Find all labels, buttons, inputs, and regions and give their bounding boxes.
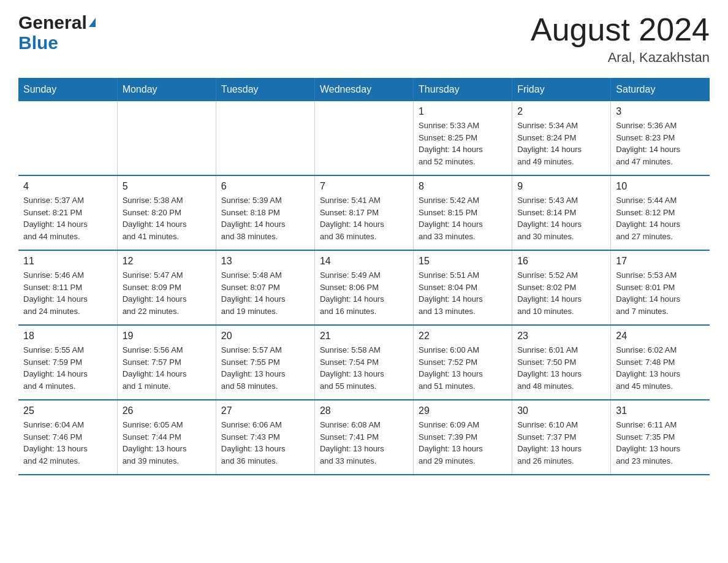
logo-blue-text: Blue — [18, 33, 58, 53]
day-info: Sunrise: 6:08 AM Sunset: 7:41 PM Dayligh… — [320, 419, 408, 467]
calendar-cell: 24Sunrise: 6:02 AM Sunset: 7:48 PM Dayli… — [611, 325, 710, 400]
day-number: 4 — [23, 181, 112, 192]
calendar-cell: 17Sunrise: 5:53 AM Sunset: 8:01 PM Dayli… — [611, 250, 710, 325]
weekday-header-friday: Friday — [512, 78, 611, 101]
calendar-cell: 14Sunrise: 5:49 AM Sunset: 8:06 PM Dayli… — [314, 250, 413, 325]
day-info: Sunrise: 6:01 AM Sunset: 7:50 PM Dayligh… — [517, 344, 605, 392]
day-number: 26 — [123, 405, 211, 416]
day-info: Sunrise: 5:57 AM Sunset: 7:55 PM Dayligh… — [221, 344, 309, 392]
weekday-header-wednesday: Wednesday — [314, 78, 413, 101]
day-number: 25 — [23, 405, 112, 416]
day-number: 10 — [616, 181, 705, 192]
day-info: Sunrise: 5:33 AM Sunset: 8:25 PM Dayligh… — [419, 120, 507, 167]
day-info: Sunrise: 5:58 AM Sunset: 7:54 PM Dayligh… — [320, 344, 408, 392]
calendar-cell: 21Sunrise: 5:58 AM Sunset: 7:54 PM Dayli… — [314, 325, 413, 400]
weekday-header-sunday: Sunday — [18, 78, 117, 101]
day-info: Sunrise: 5:53 AM Sunset: 8:01 PM Dayligh… — [616, 269, 705, 317]
calendar-cell: 31Sunrise: 6:11 AM Sunset: 7:35 PM Dayli… — [611, 400, 710, 475]
calendar-table: SundayMondayTuesdayWednesdayThursdayFrid… — [18, 78, 710, 475]
day-info: Sunrise: 6:11 AM Sunset: 7:35 PM Dayligh… — [616, 419, 705, 467]
day-number: 31 — [616, 405, 705, 416]
day-info: Sunrise: 5:42 AM Sunset: 8:15 PM Dayligh… — [419, 194, 507, 242]
calendar-cell: 8Sunrise: 5:42 AM Sunset: 8:15 PM Daylig… — [414, 175, 512, 250]
calendar-cell: 5Sunrise: 5:38 AM Sunset: 8:20 PM Daylig… — [117, 175, 216, 250]
calendar-week-1: 1Sunrise: 5:33 AM Sunset: 8:25 PM Daylig… — [18, 101, 710, 175]
weekday-header-saturday: Saturday — [611, 78, 710, 101]
page-header: General Blue August 2024 Aral, Kazakhsta… — [18, 12, 710, 66]
calendar-cell: 30Sunrise: 6:10 AM Sunset: 7:37 PM Dayli… — [512, 400, 611, 475]
day-number: 9 — [517, 181, 605, 192]
day-info: Sunrise: 6:00 AM Sunset: 7:52 PM Dayligh… — [419, 344, 507, 392]
month-title: August 2024 — [531, 12, 710, 47]
day-number: 5 — [123, 181, 211, 192]
day-info: Sunrise: 5:41 AM Sunset: 8:17 PM Dayligh… — [320, 194, 408, 242]
calendar-cell: 27Sunrise: 6:06 AM Sunset: 7:43 PM Dayli… — [216, 400, 314, 475]
day-info: Sunrise: 6:05 AM Sunset: 7:44 PM Dayligh… — [123, 419, 211, 467]
calendar-cell: 23Sunrise: 6:01 AM Sunset: 7:50 PM Dayli… — [512, 325, 611, 400]
calendar-cell: 19Sunrise: 5:56 AM Sunset: 7:57 PM Dayli… — [117, 325, 216, 400]
calendar-cell: 3Sunrise: 5:36 AM Sunset: 8:23 PM Daylig… — [611, 101, 710, 175]
calendar-cell: 12Sunrise: 5:47 AM Sunset: 8:09 PM Dayli… — [117, 250, 216, 325]
calendar-cell — [117, 101, 216, 175]
day-number: 30 — [517, 405, 605, 416]
day-number: 18 — [23, 331, 112, 342]
day-info: Sunrise: 5:46 AM Sunset: 8:11 PM Dayligh… — [23, 269, 112, 317]
logo-triangle-icon — [89, 18, 96, 27]
day-number: 14 — [320, 256, 408, 267]
day-info: Sunrise: 5:44 AM Sunset: 8:12 PM Dayligh… — [616, 194, 705, 242]
day-number: 23 — [517, 331, 605, 342]
calendar-cell: 4Sunrise: 5:37 AM Sunset: 8:21 PM Daylig… — [18, 175, 117, 250]
day-number: 8 — [419, 181, 507, 192]
calendar-cell — [216, 101, 314, 175]
day-number: 13 — [221, 256, 309, 267]
calendar-cell: 9Sunrise: 5:43 AM Sunset: 8:14 PM Daylig… — [512, 175, 611, 250]
calendar-cell: 11Sunrise: 5:46 AM Sunset: 8:11 PM Dayli… — [18, 250, 117, 325]
calendar-header: SundayMondayTuesdayWednesdayThursdayFrid… — [18, 78, 710, 101]
day-info: Sunrise: 5:49 AM Sunset: 8:06 PM Dayligh… — [320, 269, 408, 317]
day-info: Sunrise: 5:38 AM Sunset: 8:20 PM Dayligh… — [123, 194, 211, 242]
weekday-header-tuesday: Tuesday — [216, 78, 314, 101]
day-info: Sunrise: 5:51 AM Sunset: 8:04 PM Dayligh… — [419, 269, 507, 317]
calendar-cell: 16Sunrise: 5:52 AM Sunset: 8:02 PM Dayli… — [512, 250, 611, 325]
calendar-week-4: 18Sunrise: 5:55 AM Sunset: 7:59 PM Dayli… — [18, 325, 710, 400]
day-info: Sunrise: 5:48 AM Sunset: 8:07 PM Dayligh… — [221, 269, 309, 317]
calendar-cell — [314, 101, 413, 175]
calendar-cell — [18, 101, 117, 175]
day-info: Sunrise: 5:39 AM Sunset: 8:18 PM Dayligh… — [221, 194, 309, 242]
day-info: Sunrise: 5:34 AM Sunset: 8:24 PM Dayligh… — [517, 120, 605, 167]
day-info: Sunrise: 6:02 AM Sunset: 7:48 PM Dayligh… — [616, 344, 705, 392]
day-number: 24 — [616, 331, 705, 342]
day-number: 12 — [123, 256, 211, 267]
calendar-cell: 25Sunrise: 6:04 AM Sunset: 7:46 PM Dayli… — [18, 400, 117, 475]
day-number: 15 — [419, 256, 507, 267]
calendar-cell: 28Sunrise: 6:08 AM Sunset: 7:41 PM Dayli… — [314, 400, 413, 475]
day-info: Sunrise: 6:10 AM Sunset: 7:37 PM Dayligh… — [517, 419, 605, 467]
day-number: 11 — [23, 256, 112, 267]
day-info: Sunrise: 5:37 AM Sunset: 8:21 PM Dayligh… — [23, 194, 112, 242]
day-number: 28 — [320, 405, 408, 416]
day-info: Sunrise: 5:36 AM Sunset: 8:23 PM Dayligh… — [616, 120, 705, 167]
calendar-cell: 29Sunrise: 6:09 AM Sunset: 7:39 PM Dayli… — [414, 400, 512, 475]
day-number: 19 — [123, 331, 211, 342]
weekday-header-monday: Monday — [117, 78, 216, 101]
calendar-cell: 1Sunrise: 5:33 AM Sunset: 8:25 PM Daylig… — [414, 101, 512, 175]
day-number: 2 — [517, 106, 605, 117]
calendar-cell: 15Sunrise: 5:51 AM Sunset: 8:04 PM Dayli… — [414, 250, 512, 325]
calendar-body: 1Sunrise: 5:33 AM Sunset: 8:25 PM Daylig… — [18, 101, 710, 475]
day-number: 1 — [419, 106, 507, 117]
calendar-cell: 10Sunrise: 5:44 AM Sunset: 8:12 PM Dayli… — [611, 175, 710, 250]
calendar-cell: 18Sunrise: 5:55 AM Sunset: 7:59 PM Dayli… — [18, 325, 117, 400]
weekday-header-thursday: Thursday — [414, 78, 512, 101]
day-info: Sunrise: 5:47 AM Sunset: 8:09 PM Dayligh… — [123, 269, 211, 317]
calendar-week-5: 25Sunrise: 6:04 AM Sunset: 7:46 PM Dayli… — [18, 400, 710, 475]
day-number: 27 — [221, 405, 309, 416]
calendar-cell: 2Sunrise: 5:34 AM Sunset: 8:24 PM Daylig… — [512, 101, 611, 175]
day-number: 6 — [221, 181, 309, 192]
day-number: 7 — [320, 181, 408, 192]
day-number: 3 — [616, 106, 705, 117]
day-number: 17 — [616, 256, 705, 267]
day-info: Sunrise: 5:43 AM Sunset: 8:14 PM Dayligh… — [517, 194, 605, 242]
calendar-cell: 6Sunrise: 5:39 AM Sunset: 8:18 PM Daylig… — [216, 175, 314, 250]
day-number: 22 — [419, 331, 507, 342]
calendar-cell: 22Sunrise: 6:00 AM Sunset: 7:52 PM Dayli… — [414, 325, 512, 400]
